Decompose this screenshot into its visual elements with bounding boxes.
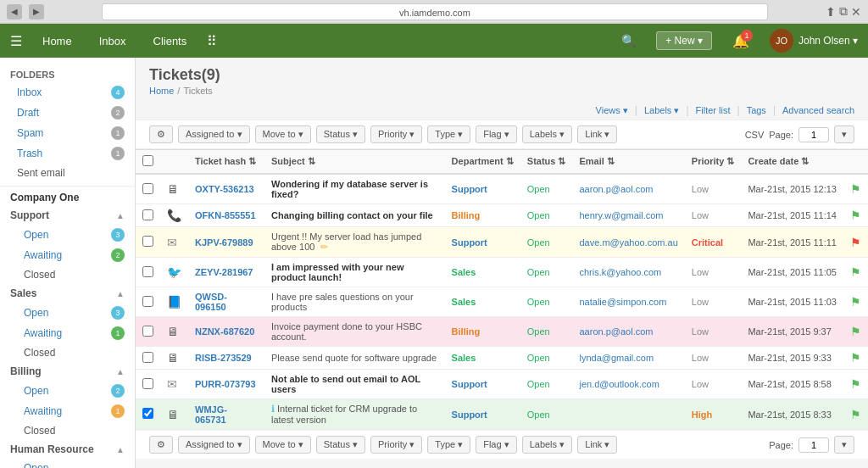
- row-checkbox-cell[interactable]: [136, 174, 160, 204]
- ticket-hash-cell[interactable]: QWSD-096150: [188, 287, 264, 317]
- table-row[interactable]: 🖥 OXTY-536213 Wondering if my database s…: [136, 174, 868, 204]
- bottom-type-button[interactable]: Type ▾: [427, 436, 470, 454]
- table-row[interactable]: ✉ KJPV-679889 Urgent !! My server load h…: [136, 227, 868, 258]
- page-dropdown[interactable]: ▾: [834, 125, 854, 143]
- table-row[interactable]: 🖥 NZNX-687620 Invoice payment done to yo…: [136, 317, 868, 347]
- bottom-link-button[interactable]: Link ▾: [577, 436, 617, 454]
- subject-cell[interactable]: Changing billing contact on your file: [264, 204, 445, 227]
- sidebar-item-support-open[interactable]: Open 3: [0, 225, 135, 245]
- row-checkbox[interactable]: [142, 378, 153, 389]
- flag-cell[interactable]: ⚑: [843, 258, 868, 287]
- subject-cell[interactable]: ℹ Internal ticket for CRM upgrade to lat…: [264, 399, 445, 430]
- row-checkbox[interactable]: [142, 352, 153, 363]
- nav-clients[interactable]: Clients: [147, 31, 194, 51]
- ticket-hash[interactable]: PURR-073793: [195, 379, 256, 389]
- flag-cell[interactable]: ⚑: [843, 399, 868, 430]
- nav-home[interactable]: Home: [36, 31, 79, 51]
- assigned-to-button[interactable]: Assigned to ▾: [178, 125, 250, 143]
- ticket-hash[interactable]: QWSD-096150: [195, 292, 227, 312]
- sidebar-item-billing-closed[interactable]: Closed: [0, 421, 135, 440]
- views-button[interactable]: Views ▾: [596, 105, 628, 116]
- sidebar-item-support-closed[interactable]: Closed: [0, 265, 135, 284]
- ticket-hash-cell[interactable]: PURR-073793: [188, 370, 264, 399]
- subject-cell[interactable]: I have pre sales questions on your produ…: [264, 287, 445, 317]
- bottom-page-dropdown[interactable]: ▾: [834, 436, 854, 454]
- row-checkbox-cell[interactable]: [136, 258, 160, 287]
- ticket-hash[interactable]: ZEYV-281967: [195, 267, 253, 277]
- notification-bell[interactable]: 🔔 1: [732, 33, 749, 49]
- row-checkbox[interactable]: [142, 408, 153, 419]
- share-button[interactable]: ⬆: [826, 4, 836, 19]
- table-row[interactable]: 📘 QWSD-096150 I have pre sales questions…: [136, 287, 868, 317]
- flag-cell[interactable]: ⚑: [843, 370, 868, 399]
- flag-cell[interactable]: ⚑: [843, 227, 868, 258]
- flag-cell[interactable]: ⚑: [843, 287, 868, 317]
- ticket-hash[interactable]: OXTY-536213: [195, 184, 254, 194]
- sidebar-group-sales[interactable]: Sales ▲: [0, 284, 135, 303]
- col-priority[interactable]: Priority ⇅: [685, 150, 742, 175]
- tags-button[interactable]: Tags: [747, 105, 766, 115]
- sidebar-item-support-awaiting[interactable]: Awaiting 2: [0, 245, 135, 265]
- tab-button[interactable]: ⧉: [839, 4, 848, 19]
- close-button[interactable]: ✕: [851, 4, 861, 19]
- table-row[interactable]: 🐦 ZEYV-281967 I am impressed with your n…: [136, 258, 868, 287]
- user-menu[interactable]: JO John Olsen ▾: [770, 29, 858, 53]
- col-dept[interactable]: Department ⇅: [445, 150, 520, 175]
- col-hash[interactable]: Ticket hash ⇅: [188, 150, 264, 175]
- bottom-assigned-to-button[interactable]: Assigned to ▾: [178, 436, 250, 454]
- sidebar-item-sales-closed[interactable]: Closed: [0, 343, 135, 362]
- flag-cell[interactable]: ⚑: [843, 317, 868, 347]
- col-subject[interactable]: Subject ⇅: [264, 150, 445, 175]
- nav-inbox[interactable]: Inbox: [92, 31, 133, 51]
- sidebar-item-billing-open[interactable]: Open 2: [0, 381, 135, 401]
- subject-cell[interactable]: Please send quote for software upgrade: [264, 347, 445, 370]
- ticket-hash-cell[interactable]: KJPV-679889: [188, 227, 264, 258]
- hamburger-icon[interactable]: ☰: [10, 33, 22, 49]
- col-status[interactable]: Status ⇅: [520, 150, 573, 175]
- subject-cell[interactable]: I am impressed with your new product lau…: [264, 258, 445, 287]
- row-checkbox-cell[interactable]: [136, 204, 160, 227]
- flag-button[interactable]: Flag ▾: [476, 125, 516, 143]
- row-checkbox[interactable]: [142, 209, 153, 220]
- search-icon[interactable]: 🔍: [621, 34, 636, 47]
- col-select[interactable]: [136, 150, 160, 175]
- ticket-hash-cell[interactable]: RISB-273529: [188, 347, 264, 370]
- sidebar-item-inbox[interactable]: Inbox 4: [0, 82, 135, 103]
- bottom-move-to-button[interactable]: Move to ▾: [255, 436, 311, 454]
- select-all-checkbox[interactable]: [142, 155, 153, 166]
- subject-cell[interactable]: Not able to send out email to AOL users: [264, 370, 445, 399]
- row-checkbox-cell[interactable]: [136, 317, 160, 347]
- bottom-status-button[interactable]: Status ▾: [316, 436, 365, 454]
- row-checkbox[interactable]: [142, 296, 153, 307]
- flag-cell[interactable]: ⚑: [843, 174, 868, 204]
- table-row[interactable]: 🖥 WMJG-065731 ℹ Internal ticket for CRM …: [136, 399, 868, 430]
- subject-cell[interactable]: Wondering if my database server is fixed…: [264, 174, 445, 204]
- sidebar-item-hr-open[interactable]: Open: [0, 459, 135, 468]
- url-bar[interactable]: vh.iamdemo.com: [102, 3, 768, 20]
- ticket-hash-cell[interactable]: WMJG-065731: [188, 399, 264, 430]
- row-checkbox[interactable]: [142, 183, 153, 194]
- subject-cell[interactable]: Invoice payment done to your HSBC accoun…: [264, 317, 445, 347]
- page-input[interactable]: [798, 127, 829, 142]
- bottom-page-input[interactable]: [798, 437, 829, 453]
- row-checkbox[interactable]: [142, 266, 153, 277]
- priority-button[interactable]: Priority ▾: [370, 125, 422, 143]
- sidebar-item-sent[interactable]: Sent email: [0, 164, 135, 182]
- row-checkbox-cell[interactable]: [136, 227, 160, 258]
- type-button[interactable]: Type ▾: [427, 125, 470, 143]
- move-to-button[interactable]: Move to ▾: [255, 125, 311, 143]
- sidebar-group-hr[interactable]: Human Resource ▲: [0, 440, 135, 459]
- table-row[interactable]: ✉ PURR-073793 Not able to send out email…: [136, 370, 868, 399]
- breadcrumb-home[interactable]: Home: [149, 86, 174, 96]
- new-button[interactable]: + New ▾: [656, 31, 712, 50]
- flag-cell[interactable]: ⚑: [843, 347, 868, 370]
- ticket-hash-cell[interactable]: OXTY-536213: [188, 174, 264, 204]
- ticket-hash-cell[interactable]: ZEYV-281967: [188, 258, 264, 287]
- subject-cell[interactable]: Urgent !! My server load has jumped abov…: [264, 227, 445, 258]
- link-button[interactable]: Link ▾: [577, 125, 617, 143]
- col-email[interactable]: Email ⇅: [572, 150, 684, 175]
- row-checkbox[interactable]: [142, 236, 153, 247]
- row-checkbox[interactable]: [142, 326, 153, 337]
- col-date[interactable]: Create date ⇅: [741, 150, 843, 175]
- status-button[interactable]: Status ▾: [316, 125, 365, 143]
